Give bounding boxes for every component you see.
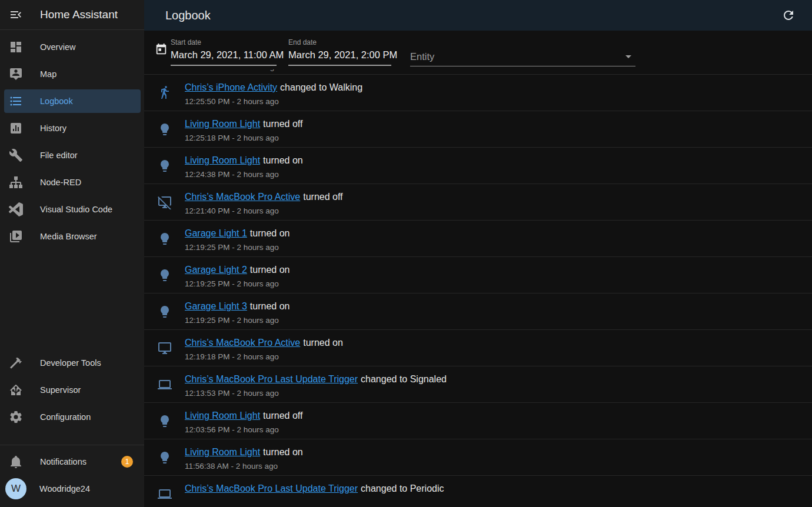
page-header: Logbook: [144, 0, 812, 31]
bell-icon: [9, 455, 23, 469]
entity-link[interactable]: Chris’s MacBook Pro Active: [185, 192, 300, 202]
entity-link[interactable]: Chris’s MacBook Pro Last Update Trigger: [185, 374, 358, 384]
avatar: W: [5, 478, 26, 499]
sidebar-divider: [0, 445, 144, 445]
laptop-icon: [158, 487, 172, 501]
sidebar: Home Assistant Overview Map Logbook Hist…: [0, 0, 144, 507]
logbook-entry: Chris’s iPhone Activitychanged to Walkin…: [144, 74, 812, 111]
sidebar-nav: Overview Map Logbook History File editor…: [0, 30, 144, 252]
wrench-icon: [9, 148, 23, 162]
entity-link[interactable]: Garage Light 2: [185, 265, 247, 275]
sidebar-item-label: Map: [40, 69, 56, 79]
sidebar-item-media-browser[interactable]: Media Browser: [4, 225, 141, 248]
calendar-icon[interactable]: [155, 43, 168, 56]
entry-timestamp: 11:56:38 AM - 2 hours ago: [185, 462, 303, 471]
logbook-entry: Garage Light 3turned on 12:19:25 PM - 2 …: [144, 293, 812, 329]
sidebar-item-vscode[interactable]: Visual Studio Code: [4, 198, 141, 221]
notification-badge: 1: [121, 456, 133, 468]
monitor-icon: [158, 341, 172, 355]
entry-timestamp: 12:19:25 PM - 2 hours ago: [185, 243, 289, 252]
entry-description: changed to Periodic: [361, 483, 444, 493]
sidebar-item-label: Overview: [40, 42, 75, 52]
play-box-multiple-icon: [9, 229, 23, 244]
entity-link[interactable]: Chris’s MacBook Pro Last Update Trigger: [185, 483, 358, 493]
clipped-row-top: 12:26:50 PM - 2 hours ago: [144, 69, 812, 74]
entry-description: turned on: [250, 265, 290, 275]
home-assistant-icon: [9, 383, 23, 397]
hammer-icon: [9, 356, 23, 370]
entry-timestamp: 12:25:18 PM - 2 hours ago: [185, 134, 302, 142]
sidebar-item-label: Media Browser: [40, 232, 97, 241]
username: Woodridge24: [39, 484, 90, 493]
entity-link[interactable]: Living Room Light: [185, 155, 260, 165]
lightbulb-icon: [158, 159, 172, 173]
entity-dropdown[interactable]: Entity: [410, 31, 635, 66]
entry-timestamp: 12:19:25 PM - 2 hours ago: [185, 279, 289, 288]
tooltip-account-icon: [9, 67, 23, 81]
entity-link[interactable]: Chris’s MacBook Pro Active: [185, 338, 300, 348]
filter-bar: Start date March 29, 2021, 11:00 AM End …: [144, 31, 812, 69]
sidebar-item-history[interactable]: History: [4, 116, 141, 140]
entry-description: turned on: [250, 228, 290, 238]
entity-link[interactable]: Living Room Light: [185, 411, 260, 421]
entity-link[interactable]: Garage Light 1: [185, 228, 247, 238]
logbook-entry: Chris’s MacBook Pro Activeturned on 12:1…: [144, 329, 812, 366]
format-list-bulleted-icon: [9, 94, 23, 108]
start-date-label: Start date: [171, 38, 277, 46]
sidebar-item-configuration[interactable]: Configuration: [4, 405, 141, 429]
end-date-value: March 29, 2021, 2:00 PM: [288, 46, 391, 66]
sidebar-item-file-editor[interactable]: File editor: [4, 144, 141, 167]
entity-link[interactable]: Living Room Light: [185, 119, 260, 129]
app-title: Home Assistant: [40, 8, 118, 21]
sidebar-item-overview[interactable]: Overview: [4, 35, 141, 59]
cog-icon: [9, 410, 23, 424]
sidebar-item-notifications[interactable]: Notifications 1: [4, 450, 141, 473]
logbook-entry: Chris’s MacBook Pro Last Update Triggerc…: [144, 366, 812, 402]
entry-description: changed to Walking: [280, 82, 362, 92]
sidebar-secondary-nav: Developer Tools Supervisor Configuration: [0, 351, 144, 432]
sidebar-spacer: [0, 252, 144, 351]
entry-timestamp: 12:24:38 PM - 2 hours ago: [185, 170, 303, 179]
start-date-field[interactable]: Start date March 29, 2021, 11:00 AM: [171, 31, 277, 66]
logbook-entry-clipped: Chris’s MacBook Pro Last Update Triggerc…: [144, 475, 812, 507]
lightbulb-icon: [158, 451, 172, 465]
logbook-entry: Garage Light 1turned on 12:19:25 PM - 2 …: [144, 220, 812, 256]
monitor-off-icon: [158, 195, 172, 209]
entry-timestamp: 12:13:53 PM - 2 hours ago: [185, 389, 447, 398]
entity-link[interactable]: Garage Light 3: [185, 301, 247, 311]
logbook-entry: Chris’s MacBook Pro Activeturned off 12:…: [144, 184, 812, 220]
sidebar-item-label: Supervisor: [40, 385, 81, 395]
logbook-list: 12:26:50 PM - 2 hours ago Chris’s iPhone…: [144, 69, 812, 507]
sidebar-item-user-profile[interactable]: W Woodridge24: [4, 477, 141, 501]
sidebar-item-label: Logbook: [40, 96, 73, 106]
lightbulb-icon: [158, 268, 172, 282]
entry-description: turned off: [303, 192, 342, 202]
sidebar-item-label: Visual Studio Code: [40, 205, 112, 214]
menu-toggle-icon[interactable]: [9, 8, 23, 22]
entry-timestamp: 12:21:40 PM - 2 hours ago: [185, 206, 343, 215]
refresh-icon[interactable]: [781, 8, 796, 22]
entity-link[interactable]: Chris’s iPhone Activity: [185, 82, 277, 92]
sidebar-item-map[interactable]: Map: [4, 62, 141, 86]
start-date-value: March 29, 2021, 11:00 AM: [171, 46, 277, 66]
sidebar-item-label: Configuration: [40, 412, 91, 422]
sidebar-item-node-red[interactable]: Node-RED: [4, 171, 141, 194]
sidebar-item-developer-tools[interactable]: Developer Tools: [4, 351, 141, 375]
entry-description: turned on: [250, 301, 290, 311]
sidebar-header: Home Assistant: [0, 0, 144, 30]
vscode-icon: [9, 202, 23, 216]
page-title: Logbook: [165, 9, 781, 22]
logbook-entry: Living Room Lightturned off 12:25:18 PM …: [144, 111, 812, 147]
end-date-label: End date: [288, 38, 391, 46]
chart-box-icon: [9, 121, 23, 135]
walk-icon: [158, 86, 172, 100]
sidebar-item-supervisor[interactable]: Supervisor: [4, 378, 141, 402]
sitemap-icon: [9, 175, 23, 189]
entity-link[interactable]: Living Room Light: [185, 447, 260, 457]
entry-description: turned off: [263, 411, 302, 421]
sidebar-item-label: Notifications: [40, 457, 86, 466]
end-date-field[interactable]: End date March 29, 2021, 2:00 PM: [288, 31, 391, 66]
sidebar-item-label: Developer Tools: [40, 358, 101, 368]
entry-description: turned off: [263, 119, 302, 129]
sidebar-item-logbook[interactable]: Logbook: [4, 89, 141, 113]
